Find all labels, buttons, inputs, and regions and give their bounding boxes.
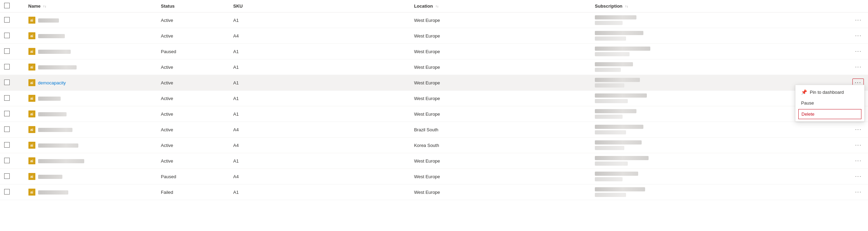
row-actions-cell: ··· [832, 169, 868, 184]
row-checkbox-cell[interactable] [0, 91, 24, 106]
blurred-name [38, 159, 84, 163]
location-sort-icon[interactable]: ↑↓ [435, 5, 439, 8]
row-subscription-cell [591, 13, 832, 28]
resource-name-text [38, 49, 71, 54]
status-text: Active [161, 18, 173, 23]
resource-icon: ai [28, 173, 35, 180]
sku-text: A1 [233, 96, 239, 101]
row-location-cell: West Europe [410, 106, 591, 122]
context-menu-item-pin[interactable]: 📌Pin to dashboard [796, 86, 864, 98]
row-checkbox[interactable] [4, 126, 10, 132]
row-checkbox-cell[interactable] [0, 184, 24, 200]
status-text: Active [161, 65, 173, 70]
blurred-subscription-2 [595, 162, 628, 166]
resource-name-text [38, 96, 61, 101]
location-text: West Europe [414, 80, 440, 85]
row-name-cell: ai [24, 184, 157, 200]
col-header-name[interactable]: Name ↑↓ [24, 0, 157, 13]
row-actions-cell: ··· [832, 138, 868, 153]
location-text: West Europe [414, 158, 440, 164]
more-options-button[interactable]: ··· [853, 188, 864, 196]
resource-icon: ai [28, 126, 35, 133]
blurred-subscription-1 [595, 78, 640, 82]
row-location-cell: West Europe [410, 169, 591, 184]
row-checkbox[interactable] [4, 95, 10, 101]
more-options-button[interactable]: ··· [853, 48, 864, 55]
row-checkbox-cell[interactable] [0, 28, 24, 44]
col-header-status[interactable]: Status [157, 0, 229, 13]
sku-text: A1 [233, 158, 239, 164]
blurred-subscription-2 [595, 52, 630, 56]
blurred-subscription-2 [595, 36, 626, 41]
more-options-button[interactable]: ··· [853, 16, 864, 24]
sku-text: A4 [233, 127, 239, 132]
row-checkbox-cell[interactable] [0, 153, 24, 169]
row-checkbox-cell[interactable] [0, 122, 24, 138]
sku-text: A4 [233, 33, 239, 39]
blurred-subscription-2 [595, 130, 626, 134]
row-checkbox-cell[interactable] [0, 106, 24, 122]
blurred-name [38, 18, 59, 23]
row-checkbox[interactable] [4, 33, 10, 38]
name-cell-content: ai [28, 189, 153, 196]
more-options-button[interactable]: ··· [853, 141, 864, 149]
row-sku-cell: A1 [229, 184, 410, 200]
location-text: West Europe [414, 190, 440, 195]
row-actions-cell: ··· [832, 184, 868, 200]
row-checkbox[interactable] [4, 189, 10, 195]
header-checkbox[interactable] [4, 3, 10, 8]
row-checkbox[interactable] [4, 173, 10, 179]
table-row: aiPausedA1West Europe··· [0, 44, 868, 59]
row-location-cell: West Europe [410, 91, 591, 106]
table-row: aiFailedA1West Europe··· [0, 184, 868, 200]
table-row: aiActiveA4Korea South··· [0, 138, 868, 153]
blurred-name [38, 128, 72, 132]
row-checkbox-cell[interactable] [0, 59, 24, 75]
row-checkbox-cell[interactable] [0, 169, 24, 184]
row-checkbox-cell[interactable] [0, 13, 24, 28]
col-header-sku[interactable]: SKU [229, 0, 410, 13]
name-sort-icon[interactable]: ↑↓ [43, 5, 46, 8]
more-options-button[interactable]: ··· [853, 173, 864, 180]
more-options-button[interactable]: ··· [853, 32, 864, 40]
resource-name-link[interactable]: democapacity [38, 80, 66, 85]
blurred-subscription-1 [595, 187, 645, 191]
row-checkbox-cell[interactable] [0, 75, 24, 91]
blurred-name [38, 190, 68, 195]
status-text: Active [161, 112, 173, 117]
col-header-location[interactable]: Location ↑↓ [410, 0, 591, 13]
row-checkbox-cell[interactable] [0, 44, 24, 59]
row-checkbox[interactable] [4, 64, 10, 69]
row-status-cell: Active [157, 138, 229, 153]
context-menu-item-delete[interactable]: Delete [798, 109, 861, 119]
location-text: West Europe [414, 18, 440, 23]
row-sku-cell: A1 [229, 59, 410, 75]
more-options-button[interactable]: ··· [853, 63, 864, 71]
resource-icon: ai [28, 17, 35, 24]
row-subscription-cell [591, 153, 832, 169]
more-options-button[interactable]: ··· [853, 157, 864, 165]
row-checkbox[interactable] [4, 80, 10, 85]
table-row: aidemocapacityActiveA1West Europe···📌Pin… [0, 75, 868, 91]
row-name-cell: ai [24, 153, 157, 169]
row-checkbox[interactable] [4, 17, 10, 23]
row-checkbox[interactable] [4, 111, 10, 116]
row-checkbox[interactable] [4, 48, 10, 54]
blurred-name [38, 112, 67, 116]
row-checkbox[interactable] [4, 142, 10, 148]
select-all-checkbox[interactable] [0, 0, 24, 13]
location-text: West Europe [414, 49, 440, 54]
row-checkbox-cell[interactable] [0, 138, 24, 153]
subscription-sort-icon[interactable]: ↑↓ [625, 5, 628, 8]
row-name-cell: ai [24, 169, 157, 184]
context-menu-item-pause[interactable]: Pause [796, 98, 864, 108]
row-name-cell: ai [24, 59, 157, 75]
row-location-cell: West Europe [410, 44, 591, 59]
col-header-subscription[interactable]: Subscription ↑↓ [591, 0, 832, 13]
sku-text: A1 [233, 190, 239, 195]
more-options-button[interactable]: ··· [853, 126, 864, 133]
blurred-subscription-2 [595, 83, 624, 88]
location-text: West Europe [414, 96, 440, 101]
resource-icon: ai [28, 64, 35, 71]
row-checkbox[interactable] [4, 158, 10, 163]
